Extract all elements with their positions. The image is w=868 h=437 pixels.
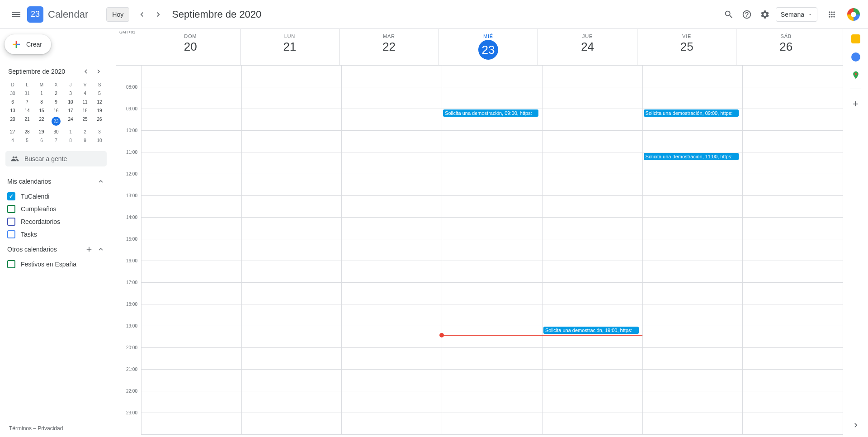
hour-cell[interactable]	[743, 304, 843, 326]
mini-calendar-day[interactable]: 2	[49, 89, 63, 98]
hour-cell[interactable]	[643, 370, 743, 391]
day-column[interactable]: Solicita una demostración, 09:00, https:	[442, 66, 542, 435]
hour-cell[interactable]	[542, 66, 642, 87]
calendar-event[interactable]: Solicita una demostración, 19:00, https:	[543, 327, 639, 334]
mini-calendar-day[interactable]: 3	[92, 128, 107, 136]
mini-calendar-day[interactable]: 12	[92, 98, 107, 106]
hour-cell[interactable]	[142, 261, 241, 283]
hour-cell[interactable]	[342, 239, 442, 261]
view-selector[interactable]: Semana	[776, 7, 817, 22]
prev-week-button[interactable]	[135, 7, 149, 22]
hour-cell[interactable]	[142, 326, 241, 348]
hour-cell[interactable]	[442, 413, 542, 435]
hour-cell[interactable]	[542, 152, 642, 174]
hour-cell[interactable]	[743, 131, 843, 152]
hour-cell[interactable]	[442, 131, 542, 152]
hour-cell[interactable]	[643, 196, 743, 218]
mini-calendar-day[interactable]: 23	[49, 115, 63, 128]
hour-cell[interactable]	[643, 304, 743, 326]
hour-cell[interactable]	[342, 370, 442, 391]
mini-calendar-day[interactable]: 15	[34, 106, 49, 115]
calendar-checkbox[interactable]	[7, 230, 15, 238]
mini-calendar-day[interactable]: 5	[20, 136, 34, 145]
hour-cell[interactable]	[242, 239, 342, 261]
hour-cell[interactable]	[442, 174, 542, 196]
day-column-header[interactable]: DOM20	[141, 29, 240, 65]
hour-cell[interactable]	[342, 152, 442, 174]
mini-calendar-day[interactable]: 9	[78, 136, 92, 145]
day-column-header[interactable]: JUE24	[538, 29, 637, 65]
hour-cell[interactable]	[542, 174, 642, 196]
day-column-header[interactable]: VIE25	[637, 29, 736, 65]
hour-cell[interactable]	[442, 239, 542, 261]
hour-cell[interactable]	[743, 391, 843, 413]
privacy-link[interactable]: Privacidad	[38, 425, 63, 432]
hour-cell[interactable]	[442, 348, 542, 370]
hour-cell[interactable]	[342, 413, 442, 435]
collapse-panel-button[interactable]	[851, 421, 860, 437]
hour-cell[interactable]	[743, 283, 843, 304]
hour-cell[interactable]	[342, 348, 442, 370]
hour-cell[interactable]	[242, 391, 342, 413]
day-column[interactable]: Solicita una demostración, 09:00, https:…	[642, 66, 743, 435]
hour-cell[interactable]	[542, 348, 642, 370]
mini-calendar-day[interactable]: 8	[63, 136, 78, 145]
day-column[interactable]	[742, 66, 843, 435]
mini-calendar-day[interactable]: 22	[34, 115, 49, 128]
hour-cell[interactable]	[142, 131, 241, 152]
hour-cell[interactable]	[542, 109, 642, 131]
mini-calendar-day[interactable]: 2	[78, 128, 92, 136]
hour-cell[interactable]	[542, 196, 642, 218]
mini-calendar-day[interactable]: 13	[5, 106, 20, 115]
hour-cell[interactable]	[643, 326, 743, 348]
mini-calendar-day[interactable]: 8	[34, 98, 49, 106]
day-column[interactable]: Solicita una demostración, 19:00, https:	[542, 66, 642, 435]
day-column-header[interactable]: MAR22	[339, 29, 439, 65]
mini-calendar-day[interactable]: 19	[92, 106, 107, 115]
calendar-list-item[interactable]: Festivos en España	[5, 258, 107, 271]
hour-cell[interactable]	[542, 413, 642, 435]
hour-cell[interactable]	[242, 174, 342, 196]
hour-cell[interactable]	[743, 174, 843, 196]
hour-cell[interactable]	[342, 131, 442, 152]
hour-cell[interactable]	[242, 261, 342, 283]
hour-cell[interactable]	[542, 87, 642, 109]
mini-calendar-day[interactable]: 10	[63, 98, 78, 106]
hour-cell[interactable]	[442, 196, 542, 218]
hour-cell[interactable]	[342, 326, 442, 348]
calendar-checkbox[interactable]	[7, 192, 15, 200]
mini-prev-month-button[interactable]	[80, 66, 91, 77]
mini-calendar-day[interactable]: 21	[20, 115, 34, 128]
hour-cell[interactable]	[342, 218, 442, 239]
calendar-checkbox[interactable]	[7, 205, 15, 213]
hour-cell[interactable]	[142, 370, 241, 391]
hour-cell[interactable]	[242, 283, 342, 304]
mini-calendar-day[interactable]: 20	[5, 115, 20, 128]
hour-cell[interactable]	[242, 109, 342, 131]
calendar-checkbox[interactable]	[7, 260, 15, 268]
mini-calendar-day[interactable]: 18	[78, 106, 92, 115]
hour-cell[interactable]	[542, 131, 642, 152]
search-people-input[interactable]: Buscar a gente	[5, 151, 107, 166]
hour-cell[interactable]	[743, 348, 843, 370]
calendar-list-item[interactable]: Recordatorios	[5, 215, 107, 228]
other-calendars-toggle[interactable]: Otros calendarios	[5, 241, 107, 258]
hour-cell[interactable]	[242, 152, 342, 174]
day-column[interactable]	[241, 66, 342, 435]
get-addons-button[interactable]: +	[853, 98, 859, 110]
mini-calendar-day[interactable]: 16	[49, 106, 63, 115]
hour-cell[interactable]	[242, 218, 342, 239]
hour-cell[interactable]	[442, 152, 542, 174]
mini-calendar-day[interactable]: 17	[63, 106, 78, 115]
mini-calendar-day[interactable]: 7	[49, 136, 63, 145]
add-calendar-icon[interactable]	[85, 245, 93, 253]
my-calendars-toggle[interactable]: Mis calendarios	[5, 173, 107, 190]
calendar-checkbox[interactable]	[7, 218, 15, 226]
google-apps-button[interactable]	[823, 5, 841, 24]
search-button[interactable]	[720, 5, 738, 24]
hour-cell[interactable]	[142, 348, 241, 370]
mini-calendar-day[interactable]: 30	[5, 89, 20, 98]
hour-cell[interactable]	[242, 413, 342, 435]
hour-cell[interactable]	[643, 348, 743, 370]
hour-cell[interactable]	[242, 348, 342, 370]
